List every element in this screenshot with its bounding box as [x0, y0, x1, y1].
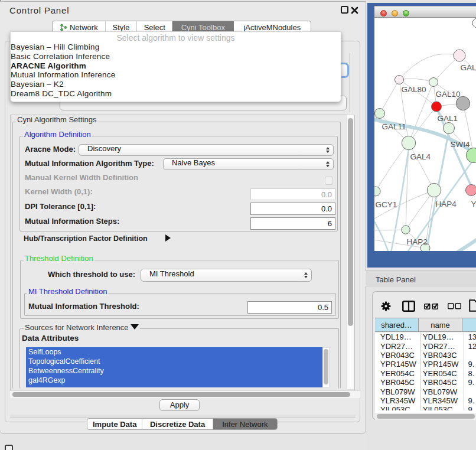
svg-text:HAP2: HAP2: [407, 237, 428, 246]
svg-text:GAL80: GAL80: [402, 85, 426, 94]
svg-text:GAL1: GAL1: [438, 114, 458, 123]
svg-text:GCY1: GCY1: [376, 200, 397, 209]
svg-text:SWI4: SWI4: [451, 140, 470, 149]
svg-text:GAL11: GAL11: [382, 122, 406, 131]
svg-text:GAL: GAL: [461, 63, 476, 72]
svg-text:GAL4: GAL4: [410, 152, 431, 161]
svg-text:Y: Y: [471, 200, 476, 208]
svg-text:GAL10: GAL10: [436, 90, 461, 99]
svg-text:HAP4: HAP4: [436, 200, 457, 208]
